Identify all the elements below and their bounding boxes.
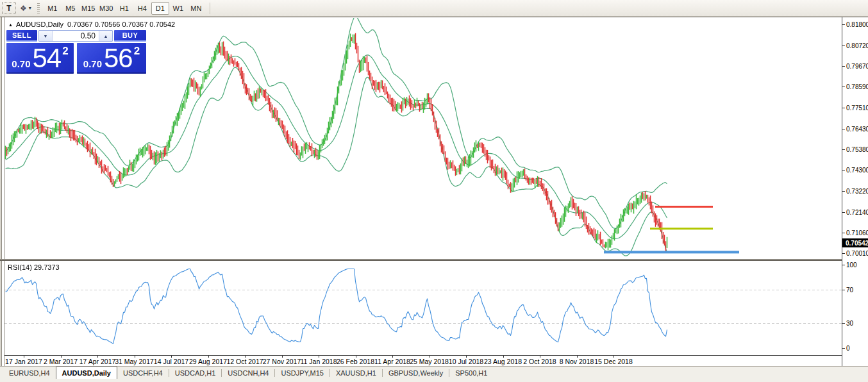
volume-decrease-button[interactable]: ▼	[39, 31, 53, 41]
timeframe-button-m15[interactable]: M15	[79, 2, 97, 15]
tab-item-gbpusd-weekly[interactable]: GBPUSD,Weekly	[383, 367, 449, 379]
chevron-down-icon: ▾	[29, 5, 31, 11]
price-axis-label: 0.73220	[842, 187, 868, 195]
metatrader-window: T ❖ ▾ M1M5M15M30H1H4D1W1MN ▲AUDUSD,Daily…	[0, 0, 868, 382]
date-label: 12 Oct 2017	[226, 358, 263, 365]
rsi-scale-label: 30	[842, 319, 853, 327]
collapse-arrow-icon[interactable]: ▲	[8, 22, 13, 27]
sell-price-big-digits: 54	[33, 43, 62, 74]
date-label: 29 Aug 2017	[189, 358, 227, 365]
chart-symbol-label: AUDUSD,Daily	[16, 21, 63, 28]
rsi-indicator-label: RSI(14) 29.7373	[8, 263, 60, 271]
sell-button[interactable]: SELL	[6, 30, 37, 42]
tab-item-audusd-daily[interactable]: AUDUSD,Daily	[56, 366, 117, 379]
price-axis-label: 0.72140	[842, 208, 868, 216]
rsi-scale-label: 70	[842, 286, 853, 294]
date-label: 25 May 2018	[410, 358, 449, 365]
price-axis-label: 0.76430	[842, 125, 868, 133]
volume-increase-button[interactable]: ▲	[99, 31, 112, 41]
price-axis[interactable]: 0.70542 0.818000.807200.796700.785900.77…	[842, 17, 868, 367]
rsi-scale-label: 0	[842, 344, 850, 352]
buy-price-big-digits: 56	[104, 43, 133, 74]
rsi-canvas[interactable]	[4, 261, 842, 355]
cursor-style-icon: ❖	[20, 4, 27, 13]
tab-item-sp500-h1[interactable]: SP500,H1	[449, 367, 493, 379]
tab-item-usdjpy-m15[interactable]: USDJPY,M15	[275, 367, 329, 379]
tab-item-xauusd-h1[interactable]: XAUUSD,H1	[330, 367, 382, 379]
price-axis-label: 0.81800	[842, 21, 868, 28]
volume-input[interactable]	[53, 31, 99, 41]
date-label: 10 Jul 2018	[449, 358, 483, 365]
text-tool-button[interactable]: T	[2, 2, 16, 14]
price-axis-label: 0.79670	[842, 62, 868, 70]
sell-price-box[interactable]: 0.70542	[6, 43, 74, 74]
date-label: 31 May 2017	[115, 358, 154, 365]
sell-price-pipette: 2	[62, 45, 68, 74]
bottom-strip	[0, 379, 868, 382]
date-label: 17 Jan 2017	[5, 358, 42, 365]
timeframe-button-m1[interactable]: M1	[44, 2, 62, 15]
timeframe-button-group: M1M5M15M30H1H4D1W1MN	[44, 2, 205, 15]
date-label: 2 Oct 2018	[523, 358, 556, 365]
buy-button[interactable]: BUY	[114, 30, 146, 42]
toolbar-grip[interactable]	[37, 3, 40, 13]
buy-price-prefix: 0.70	[83, 58, 102, 69]
price-axis-label: 0.71060	[842, 229, 868, 237]
tab-item-usdchf-h4[interactable]: USDCHF,H4	[117, 367, 169, 379]
toolbar-separator	[210, 3, 210, 14]
chart-tab-bar: EURUSD,H4AUDUSD,DailyUSDCHF,H4USDCAD,H1U…	[0, 366, 868, 379]
cursor-style-tool-button[interactable]: ❖ ▾	[18, 2, 33, 14]
timeframe-button-mn[interactable]: MN	[187, 2, 205, 15]
date-label: 8 Nov 2018	[560, 358, 594, 365]
sell-price-prefix: 0.70	[12, 58, 30, 69]
rsi-scale-label: 100	[842, 261, 857, 269]
timeframe-button-w1[interactable]: W1	[169, 2, 187, 15]
date-label: 27 Nov 2017	[263, 358, 301, 365]
date-label: 26 Feb 2018	[337, 358, 374, 365]
price-axis-label: 0.75380	[842, 145, 868, 153]
timeframe-button-h1[interactable]: H1	[115, 2, 133, 15]
toolbar: T ❖ ▾ M1M5M15M30H1H4D1W1MN	[0, 0, 868, 17]
date-label: 11 Jan 2018	[300, 358, 337, 365]
buy-price-pipette: 2	[134, 45, 140, 74]
main-chart-pane[interactable]: ▲AUDUSD,Daily0.70367 0.70566 0.70367 0.7…	[4, 18, 842, 260]
timeframe-button-d1[interactable]: D1	[151, 2, 169, 15]
rsi-indicator-pane[interactable]: RSI(14) 29.7373	[4, 261, 842, 355]
chart-ohlc-values: 0.70367 0.70566 0.70367 0.70542	[67, 21, 175, 28]
timeframe-button-h4[interactable]: H4	[133, 2, 151, 15]
volume-spinner: ▼ ▲	[38, 30, 113, 42]
price-axis-label: 0.80720	[842, 42, 868, 49]
chart-left-frame	[0, 17, 4, 367]
price-axis-label: 0.78590	[842, 83, 868, 90]
date-label: 11 Apr 2018	[374, 358, 410, 365]
tab-item-usdcad-h1[interactable]: USDCAD,H1	[169, 367, 222, 379]
date-label: 14 Jul 2017	[154, 358, 188, 365]
price-axis-label: 0.70010	[842, 249, 868, 257]
price-axis-label: 0.74300	[842, 166, 868, 174]
date-axis[interactable]: 17 Jan 20172 Mar 201717 Apr 201731 May 2…	[4, 355, 842, 367]
timeframe-button-m30[interactable]: M30	[97, 2, 115, 15]
chart-title: ▲AUDUSD,Daily0.70367 0.70566 0.70367 0.7…	[8, 21, 175, 28]
timeframe-button-m5[interactable]: M5	[62, 2, 79, 15]
date-label: 2 Mar 2017	[44, 358, 78, 365]
tab-item-eurusd-h4[interactable]: EURUSD,H4	[3, 367, 56, 379]
date-label: 23 Aug 2018	[484, 358, 522, 365]
one-click-trading-panel: SELL ▼ ▲ BUY 0.70542 0.70562	[6, 30, 146, 74]
price-axis-label: 0.77510	[842, 104, 868, 112]
current-price-tag: 0.70542	[842, 238, 868, 247]
buy-price-box[interactable]: 0.70562	[77, 43, 146, 74]
tab-item-usdcnh-h4[interactable]: USDCNH,H4	[222, 367, 274, 379]
date-label: 17 Apr 2017	[79, 358, 116, 365]
date-label: 15 Dec 2018	[594, 358, 633, 365]
chart-window: ▲AUDUSD,Daily0.70367 0.70566 0.70367 0.7…	[0, 17, 868, 366]
